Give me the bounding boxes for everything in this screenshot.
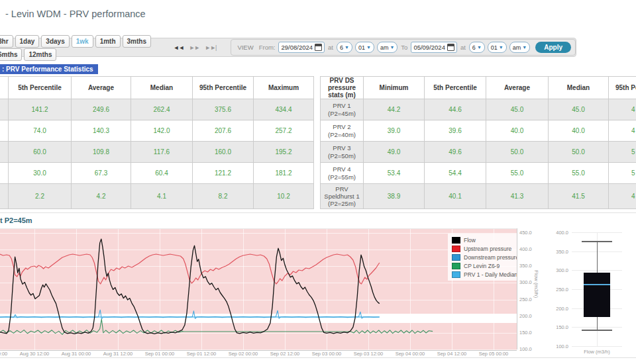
from-ampm-select[interactable]: am▼: [377, 42, 398, 53]
column-header: Median: [131, 77, 193, 99]
to-ampm-select[interactable]: am▼: [509, 42, 530, 53]
flow-axis-tick: 150.0: [519, 330, 532, 336]
stat-value: 142.0: [131, 120, 193, 142]
step-back-icon[interactable]: ◄◄: [174, 44, 184, 51]
stat-value: 44.6: [425, 99, 486, 120]
range-button-1wk[interactable]: 1wk: [72, 35, 93, 48]
chevron-down-icon: ▼: [366, 45, 371, 50]
chevron-down-icon: ▼: [499, 45, 504, 50]
legend-item[interactable]: Flow: [452, 236, 517, 244]
legend-item[interactable]: Upstream pressure: [452, 244, 517, 253]
view-range-group: VIEW From: 29/08/2024 at 6▼ 01▼ am▼ To 0…: [231, 39, 576, 56]
step-forward-icon[interactable]: ►►: [189, 44, 199, 51]
range-button-3mths[interactable]: 3mths: [123, 35, 151, 48]
stat-value: 257.2: [254, 120, 314, 142]
column-header: Median: [549, 77, 609, 99]
calendar-icon[interactable]: [447, 44, 454, 51]
stat-value: 207.6: [193, 120, 254, 142]
legend-label: Downstream pressure: [464, 254, 517, 261]
stat-value: 2.2: [9, 184, 72, 209]
time-axis-tick-label: Sep 04 00:00: [396, 351, 425, 357]
row-label: [0, 184, 9, 209]
stat-value: 121.2: [193, 163, 254, 184]
stat-value: 41.3: [486, 184, 549, 209]
table-row: 30.067.360.4121.2181.2: [0, 163, 314, 184]
time-axis-tick-label: Sep 03 00:00: [312, 351, 342, 357]
time-axis-tick-label: Aug 31 00:00: [62, 351, 91, 357]
stat-value: 195.2: [254, 142, 314, 163]
flow-axis-tick: 400.0: [519, 246, 532, 252]
legend-swatch-icon: [452, 271, 460, 278]
stat-value: 109.8: [72, 142, 131, 163]
stat-value: 49.6: [425, 142, 486, 163]
stat-value: 10.2: [254, 184, 314, 209]
boxplot-box: [584, 273, 610, 317]
apply-button[interactable]: Apply: [535, 42, 571, 53]
legend-item[interactable]: Downstream pressure: [452, 253, 517, 261]
from-minute-select[interactable]: 01▼: [355, 42, 374, 53]
column-header: PRV DS pressure stats (m): [321, 77, 364, 99]
range-button-6mths[interactable]: 6mths: [0, 48, 22, 61]
range-button-12mths[interactable]: 12mths: [24, 48, 56, 61]
stat-value: 8.2: [193, 184, 254, 209]
stat-value: 262.4: [131, 99, 193, 120]
column-header: Minimum: [364, 77, 425, 99]
at-label: at: [460, 44, 466, 51]
time-axis-tick-label: Aug 30 12:00: [20, 351, 50, 357]
row-label: [0, 163, 9, 184]
table-row: 141.2249.6262.4375.6434.4: [0, 99, 314, 120]
stat-value: 55.0: [549, 163, 609, 184]
range-button-3days[interactable]: 3days: [41, 35, 69, 48]
to-date-input[interactable]: 05/09/2024: [411, 42, 457, 53]
legend-label: Flow: [464, 237, 476, 244]
table-row: PRV 1 (P2=45m)44.244.645.045.04: [321, 99, 636, 120]
flow-axis-tick: 100.0: [519, 346, 532, 352]
stat-value: 49.0: [364, 142, 425, 163]
row-label: PRV Speldhurst 1 (P2=25m): [321, 184, 364, 209]
row-label: PRV 4 (P2=55m): [321, 163, 364, 184]
stat-value: 38.9: [364, 184, 425, 209]
boxplot-axis-tick: 350.0: [551, 249, 568, 255]
toolbar: 8hr1day3days1wk1mth3mths6mths12mths ◄◄ ►…: [0, 38, 576, 57]
chevron-down-icon: ▼: [390, 45, 394, 50]
legend-item[interactable]: PRV 1 - Daily Median P2: [452, 270, 517, 279]
to-hour-select[interactable]: 6▼: [469, 42, 485, 53]
table-row: 74.0140.3142.0207.6257.2: [0, 120, 314, 142]
stat-value: 5: [609, 142, 636, 163]
range-button-1mth[interactable]: 1mth: [95, 35, 121, 48]
legend-label: PRV 1 - Daily Median P2: [464, 271, 517, 278]
column-header: 5th Percentile: [9, 77, 72, 99]
prv-performance-page: - Levin WDM - PRV performance 8hr1day3da…: [0, 0, 636, 364]
legend-item[interactable]: CP Levin Z6-9: [452, 261, 517, 270]
flow-boxplot-chart: 400.0350.0300.0250.0200.0150.0100.0Flow …: [551, 230, 624, 356]
legend-swatch-icon: [452, 263, 460, 269]
stat-value: 40.0: [486, 120, 549, 142]
stat-value: 44.2: [364, 99, 425, 120]
calendar-icon[interactable]: [315, 44, 322, 51]
range-button-1day[interactable]: 1day: [15, 35, 40, 48]
stat-value: 4.2: [72, 184, 131, 209]
range-button-8hr[interactable]: 8hr: [0, 35, 13, 48]
flow-axis-tick: 300.0: [519, 279, 532, 285]
from-hour-select[interactable]: 6▼: [337, 42, 352, 53]
skip-to-end-icon[interactable]: ►►|: [205, 44, 216, 51]
from-date-input[interactable]: 29/08/2024: [278, 42, 325, 53]
stat-value: 5: [609, 163, 636, 184]
legend-swatch-icon: [452, 237, 460, 244]
stat-value: 140.3: [72, 120, 131, 142]
stat-value: 30.0: [9, 163, 72, 184]
flow-axis-tick: 350.0: [519, 263, 532, 269]
legend-label: CP Levin Z6-9: [464, 263, 500, 269]
boxplot-axis-tick: 300.0: [551, 267, 568, 273]
time-axis-tick-label: Sep 05 00:00: [479, 351, 509, 357]
legend-swatch-icon: [452, 246, 460, 252]
table-row: 2.24.24.18.210.2: [0, 184, 314, 209]
boxplot-whisker-cap: [582, 330, 612, 331]
stat-value: 117.6: [131, 142, 193, 163]
time-axis-tick-label: Sep 03 12:00: [354, 351, 384, 357]
timeseries-chart[interactable]: FlowUpstream pressureDownstream pressure…: [0, 228, 517, 351]
to-minute-select[interactable]: 01▼: [488, 42, 507, 53]
stat-value: 39.6: [425, 120, 486, 142]
stat-value: 40.0: [549, 120, 609, 142]
time-axis-tick-label: Sep 01 00:00: [145, 351, 175, 357]
